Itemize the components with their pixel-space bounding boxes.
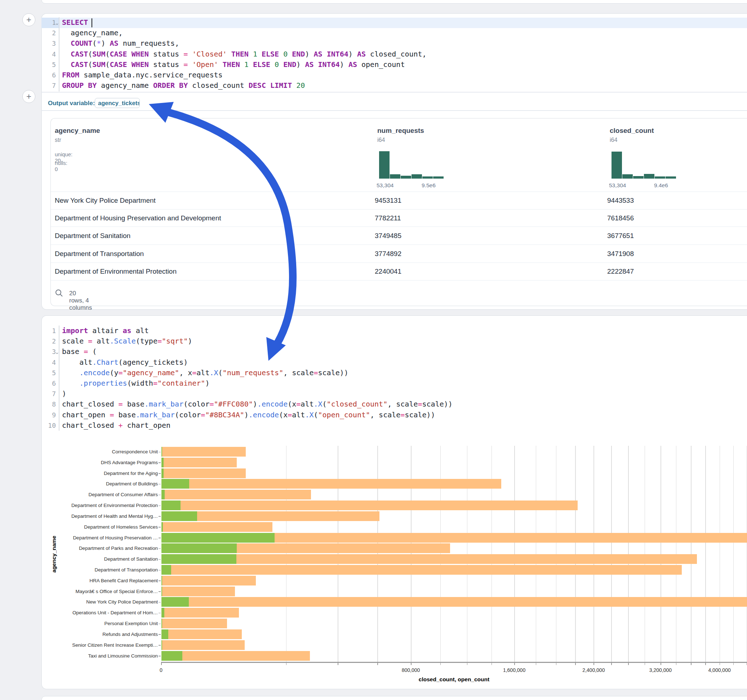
code-token: 'Open' — [192, 60, 218, 69]
code-token: alt — [62, 358, 92, 367]
code-token: = — [400, 410, 405, 419]
code-token: agency_name — [97, 81, 153, 90]
code-token: = — [209, 400, 214, 408]
code-token: = — [119, 368, 123, 377]
code-token: COUNT — [71, 39, 92, 48]
code-line: alt.Chart(agency_tickets) — [62, 357, 743, 368]
line-number: 4 — [41, 49, 56, 59]
bar-open-count — [162, 640, 162, 650]
y-axis-label: Department of Health and Mental Hyg… — [50, 513, 158, 519]
y-axis-tick — [159, 452, 161, 453]
code-token: ) — [340, 60, 348, 69]
table-cell: Department of Transportation — [55, 250, 144, 258]
histogram-min-label: 53,304 — [609, 182, 626, 189]
code-token: alt — [292, 410, 305, 419]
line-number: 9 — [41, 410, 56, 420]
code-token — [266, 81, 270, 90]
code-token: ) — [188, 337, 192, 345]
histogram-bar — [665, 177, 676, 179]
chart-gridline — [556, 446, 557, 662]
code-token: ) — [101, 39, 110, 48]
x-axis-tick — [645, 662, 646, 665]
add-cell-button-top[interactable]: + — [22, 13, 35, 26]
search-icon[interactable] — [55, 289, 64, 297]
line-number: 4 — [41, 357, 56, 368]
code-token: = — [183, 60, 188, 69]
code-line: ) — [62, 389, 743, 399]
chart-gridline — [691, 446, 691, 662]
chart-gridline — [536, 446, 537, 662]
sql-code-editor[interactable]: 1234567 SELECT agency_name, COUNT(*) AS … — [41, 17, 747, 92]
column-type: str — [55, 137, 61, 143]
chart-gridline — [611, 446, 612, 662]
code-token: ( — [313, 410, 318, 419]
chart-gridline — [661, 446, 661, 662]
y-axis-tick — [159, 484, 161, 485]
y-axis-label: Department of Environmental Protection — [50, 503, 158, 508]
column-header-agency_name[interactable]: agency_name — [55, 127, 100, 135]
table-cell: 3774892 — [375, 250, 401, 258]
previous-cell-card-edge — [41, 0, 747, 4]
code-token: "closed_count" — [327, 400, 388, 408]
x-axis-tick-label: 2,400,000 — [572, 667, 615, 673]
line-number: 1 — [41, 17, 56, 28]
chart-gridline — [377, 446, 378, 662]
notebook-page: { "ui": { "output_variable_label": "Outp… — [0, 0, 747, 700]
x-axis-tick-label: 3,200,000 — [639, 667, 682, 673]
code-token: "sqrt" — [162, 337, 188, 345]
code-token: .mark_bar — [136, 410, 175, 419]
code-token: alt — [132, 326, 149, 335]
code-token: agency_name, — [62, 29, 123, 37]
y-axis-tick — [159, 527, 161, 528]
bar-closed-count — [162, 619, 227, 628]
code-token: AS — [314, 50, 322, 58]
code-token: scale)) — [318, 368, 348, 377]
code-token: = — [153, 379, 157, 388]
code-token: ( — [88, 347, 97, 356]
code-token: THEN — [223, 60, 240, 69]
code-token: ) — [305, 50, 313, 58]
chart-gridline — [645, 446, 646, 662]
code-token: ( — [322, 400, 327, 408]
code-token: "container" — [157, 379, 205, 388]
line-number: 10 — [41, 420, 56, 431]
code-token — [218, 60, 223, 69]
fold-chevron-icon[interactable]: ⌄ — [55, 20, 59, 26]
column-type: i64 — [610, 137, 617, 143]
column-header-closed_count[interactable]: closed_count — [610, 127, 654, 135]
code-token: LIMIT — [270, 81, 292, 90]
table-cell: Department of Environmental Protection — [55, 267, 177, 276]
bar-open-count — [162, 479, 189, 489]
add-cell-button-middle[interactable]: + — [22, 90, 35, 103]
y-axis-tick — [159, 624, 161, 625]
code-token: .X — [313, 400, 322, 408]
code-token: ( — [218, 368, 223, 377]
chart-gridline — [575, 446, 576, 662]
code-line: CAST(SUM(CASE WHEN status = 'Open' THEN … — [62, 59, 743, 70]
code-token: CAST — [71, 50, 88, 58]
code-token — [62, 60, 71, 69]
histogram-bar — [401, 176, 411, 179]
fold-chevron-icon[interactable]: ⌄ — [55, 349, 59, 355]
bar-closed-count — [162, 587, 235, 596]
code-token: ( — [105, 50, 110, 58]
code-token: status — [149, 50, 183, 58]
code-token: = — [296, 400, 301, 408]
output-variable-pill[interactable]: agency_tickets — [95, 98, 140, 108]
code-token: ELSE — [253, 60, 270, 69]
code-token: ) — [244, 410, 249, 419]
chart-gridline — [286, 446, 287, 662]
code-token: = — [201, 410, 205, 419]
column-type: i64 — [377, 137, 385, 143]
chart-gridline — [720, 446, 720, 662]
cell-divider — [42, 92, 747, 92]
code-token: chart_open — [123, 421, 171, 430]
python-code-editor[interactable]: 12345678910 import altair as altscale = … — [41, 326, 747, 431]
chart-gridline — [705, 446, 706, 662]
column-header-num_requests[interactable]: num_requests — [377, 127, 424, 135]
y-axis-tick — [159, 548, 161, 549]
code-token: , scale — [370, 410, 400, 419]
code-token: AS — [305, 60, 313, 69]
y-axis-label: Refunds and Adjustments — [50, 632, 158, 637]
x-axis-tick — [705, 662, 706, 665]
